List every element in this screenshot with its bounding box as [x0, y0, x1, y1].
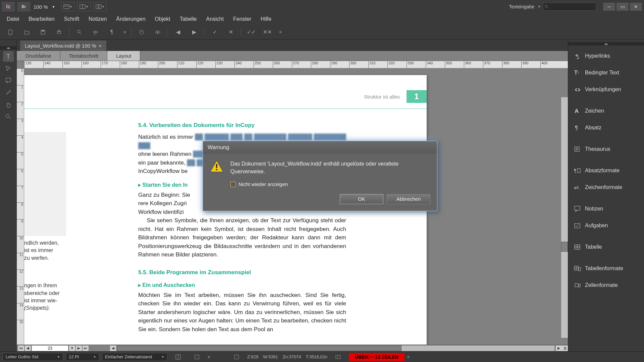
- menu-icon[interactable]: ≡: [208, 355, 213, 359]
- menu-fenster[interactable]: Fenster: [228, 14, 256, 24]
- last-page-button[interactable]: ⏭: [83, 346, 89, 351]
- hand-tool[interactable]: [3, 99, 14, 110]
- cancel-button[interactable]: Abbrechen: [387, 194, 430, 204]
- eyedropper-tool[interactable]: [3, 87, 14, 98]
- view-mode-1-button[interactable]: ▼: [61, 2, 74, 11]
- overset-icon[interactable]: T: [332, 352, 344, 362]
- accept-all-icon[interactable]: ✓✓: [245, 27, 257, 37]
- collapse-toggle[interactable]: ◀▶: [568, 42, 644, 46]
- info-icon[interactable]: [230, 352, 243, 362]
- scroll-thumb[interactable]: [117, 346, 401, 351]
- view-mode-3-button[interactable]: ▼: [93, 2, 107, 11]
- split-view-button[interactable]: ▥: [562, 346, 568, 351]
- search-input[interactable]: [543, 3, 596, 11]
- open-icon[interactable]: [21, 27, 33, 37]
- minimize-button[interactable]: ─: [603, 3, 615, 11]
- menu-icon[interactable]: ≡: [122, 27, 127, 37]
- collapse-toggle[interactable]: ◀▶: [0, 46, 16, 50]
- menu-ansicht[interactable]: Ansicht: [201, 14, 228, 24]
- view-mode-2-button[interactable]: ▼: [77, 2, 91, 11]
- menu-bearbeiten[interactable]: Bearbeiten: [24, 14, 59, 24]
- scroll-left-button[interactable]: ◀: [110, 346, 116, 351]
- panel-absatzformate[interactable]: ¶Absatzformate: [568, 162, 644, 179]
- zoom-select[interactable]: 100 % ▼: [34, 4, 55, 10]
- prev-page-button[interactable]: ◀: [25, 346, 31, 351]
- ruler-tick: 340: [426, 61, 433, 68]
- side-text: zu werfen.: [24, 254, 68, 262]
- menu-hilfe[interactable]: Hilfe: [256, 14, 276, 24]
- horizontal-scrollbar[interactable]: [117, 346, 554, 351]
- next-change-icon[interactable]: ▶: [188, 27, 200, 37]
- menu-objekt[interactable]: Objekt: [150, 14, 175, 24]
- svg-rect-11: [57, 32, 61, 34]
- maximize-button[interactable]: ▭: [616, 3, 629, 11]
- absatz-icon: ¶: [574, 124, 581, 131]
- font-select[interactable]: Letter Gothic Std▼: [3, 353, 63, 361]
- next-page-button[interactable]: ▶: [76, 346, 82, 351]
- panel-zeichen[interactable]: AZeichen: [568, 103, 644, 119]
- close-tab-icon[interactable]: ×: [99, 43, 102, 49]
- spellcheck-icon[interactable]: abc: [90, 27, 102, 37]
- new-doc-icon[interactable]: [5, 27, 17, 37]
- ruler-tick: 5: [17, 152, 24, 156]
- panel-aufgaben[interactable]: Aufgaben: [568, 217, 644, 234]
- ruler-tick: 190: [139, 61, 146, 68]
- panel-tabellenformate[interactable]: Tabellenformate: [568, 260, 644, 277]
- bridge-button[interactable]: Br: [17, 2, 30, 11]
- print-icon[interactable]: [53, 27, 65, 37]
- panel-hyperlinks[interactable]: Hyperlinks: [568, 48, 644, 64]
- page-number-input[interactable]: [32, 345, 68, 351]
- leading-select[interactable]: Einfacher Zeilenabstand▼: [102, 353, 167, 361]
- save-icon[interactable]: [37, 27, 49, 37]
- page-dropdown[interactable]: ▼: [69, 346, 75, 351]
- ok-button[interactable]: OK: [340, 194, 383, 204]
- accept-icon[interactable]: ✓: [209, 27, 221, 37]
- menu-icon[interactable]: ≡: [407, 355, 413, 359]
- panel-tabelle[interactable]: Tabelle: [568, 239, 644, 255]
- svg-point-6: [545, 5, 547, 7]
- menu-datei[interactable]: Datei: [2, 14, 24, 24]
- tab-title: Layout_Workflow.indd @ 100 %: [25, 43, 96, 49]
- workspace-select[interactable]: Texteingabe ▼: [509, 4, 541, 9]
- menu-tabelle[interactable]: Tabelle: [175, 14, 202, 24]
- panel-zellenformate[interactable]: Zellenformate: [568, 277, 644, 294]
- prev-change-icon[interactable]: ◀: [172, 27, 184, 37]
- panel-absatz[interactable]: ¶Absatz: [568, 119, 644, 136]
- power-icon[interactable]: [136, 27, 148, 37]
- panel-bedingter-text[interactable]: TBedingter Text: [568, 64, 644, 81]
- menu-notizen[interactable]: Notizen: [84, 14, 111, 24]
- menu-aenderungen[interactable]: Änderungen: [111, 14, 150, 24]
- menu-icon[interactable]: ≡: [277, 27, 283, 37]
- mode-layout[interactable]: Layout: [107, 51, 140, 61]
- reject-all-icon[interactable]: ✕✕: [261, 27, 273, 37]
- pilcrow-icon[interactable]: ¶: [106, 27, 118, 37]
- find-icon[interactable]: [73, 27, 86, 37]
- preview-icon[interactable]: [152, 27, 164, 37]
- close-button[interactable]: ✕: [630, 3, 642, 11]
- ruler-tick: 140: [43, 61, 50, 68]
- panel-thesaurus[interactable]: Thesaurus: [568, 141, 644, 158]
- scroll-thumb[interactable]: [561, 242, 568, 252]
- reject-icon[interactable]: ✕: [225, 27, 237, 37]
- panel-notizen[interactable]: Notizen: [568, 200, 644, 217]
- checkbox-box[interactable]: [230, 182, 236, 187]
- mode-druckfahne[interactable]: Druckfahne: [17, 51, 60, 61]
- position-tool[interactable]: [3, 63, 14, 74]
- note-tool[interactable]: [3, 75, 14, 86]
- menu-schrift[interactable]: Schrift: [59, 14, 84, 24]
- panel-zeichenformate[interactable]: aAZeichenformate: [568, 179, 644, 196]
- columns-icon[interactable]: [172, 352, 184, 362]
- app-icon: Ic: [2, 2, 15, 11]
- vertical-scrollbar[interactable]: [561, 97, 568, 338]
- type-tool[interactable]: T: [3, 51, 14, 62]
- dont-show-checkbox[interactable]: Nicht wieder anzeigen: [230, 181, 430, 188]
- mode-textabschnitt[interactable]: Textabschnitt: [60, 51, 108, 61]
- scroll-right-button[interactable]: ▶: [556, 346, 562, 351]
- ruler-tick: 350: [445, 61, 452, 68]
- document-tab[interactable]: Layout_Workflow.indd @ 100 % ×: [20, 41, 106, 51]
- panel-verknüpfungen[interactable]: Verknüpfungen: [568, 81, 644, 98]
- size-select[interactable]: 12 Pt▼: [66, 353, 99, 361]
- first-page-button[interactable]: ⏮: [18, 346, 24, 351]
- zoom-tool[interactable]: [3, 111, 14, 122]
- frame-icon[interactable]: [191, 352, 203, 362]
